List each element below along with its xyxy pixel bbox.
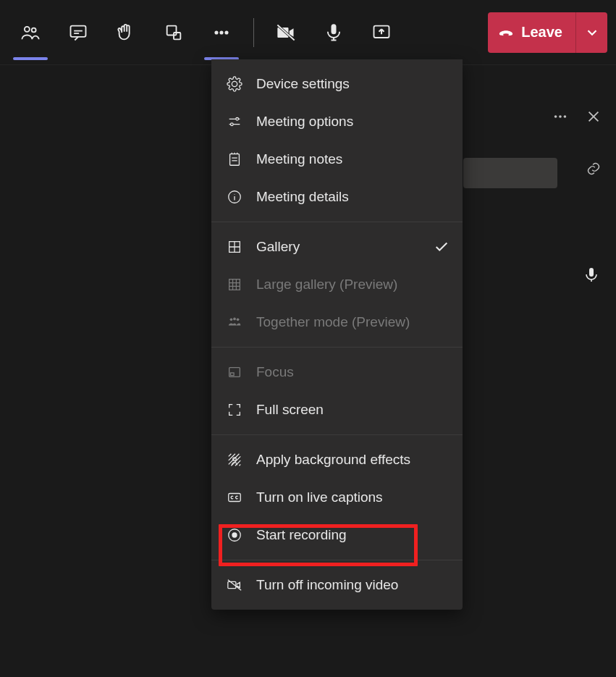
camera-off-button[interactable] [264,11,308,54]
more-options-icon[interactable] [552,109,568,127]
toolbar-divider [253,18,254,47]
share-screen-button[interactable] [360,11,403,54]
video-off-icon [226,576,243,594]
menu-background-effects[interactable]: Apply background effects [211,441,463,479]
menu-item-label: Turn on live captions [256,489,383,505]
panel-input-background [463,158,557,188]
more-actions-menu: Device settings Meeting options Meeting … [211,59,463,610]
raise-hand-button[interactable] [104,11,148,54]
focus-icon [226,363,243,381]
participants-button[interactable] [9,11,52,54]
svg-point-10 [224,30,228,34]
svg-point-12 [236,118,239,121]
menu-start-recording[interactable]: Start recording [211,516,463,554]
menu-item-label: Meeting notes [256,151,342,167]
notes-icon [226,151,243,168]
info-icon [226,188,243,206]
menu-meeting-details[interactable]: Meeting details [211,178,463,216]
svg-rect-7 [174,33,180,39]
grid-2x2-icon [226,238,243,256]
background-icon [226,451,243,468]
svg-point-0 [554,115,557,118]
svg-point-3 [25,26,30,31]
svg-point-9 [219,30,223,34]
svg-point-19 [233,318,236,321]
svg-rect-14 [230,154,240,166]
menu-gallery[interactable]: Gallery [211,228,463,266]
svg-point-18 [230,319,233,321]
menu-item-label: Gallery [256,239,300,255]
svg-rect-6 [167,25,177,35]
menu-meeting-notes[interactable]: Meeting notes [211,140,463,178]
link-icon[interactable] [586,161,602,180]
menu-item-label: Apply background effects [256,452,410,468]
svg-point-20 [237,319,240,321]
menu-live-captions[interactable]: Turn on live captions [211,479,463,516]
sliders-icon [226,113,243,130]
fullscreen-icon [226,401,243,419]
meeting-toolbar: Leave [0,0,616,65]
menu-item-label: Focus [256,364,294,380]
menu-item-label: Full screen [256,402,324,418]
svg-point-2 [564,115,567,118]
leave-label: Leave [521,24,562,41]
chat-button[interactable] [56,11,100,54]
record-icon [226,526,243,544]
svg-point-4 [32,28,36,32]
people-group-icon [226,314,243,331]
compose-mic-icon[interactable] [583,266,600,287]
svg-point-1 [559,115,562,118]
menu-item-label: Large gallery (Preview) [256,277,397,293]
svg-rect-24 [229,494,241,502]
svg-point-13 [231,123,234,126]
close-icon[interactable] [586,109,602,127]
leave-button[interactable]: Leave [488,12,575,53]
svg-rect-17 [229,279,240,290]
menu-device-settings[interactable]: Device settings [211,65,463,103]
microphone-button[interactable] [312,11,355,54]
menu-meeting-options[interactable]: Meeting options [211,103,463,140]
menu-item-label: Device settings [256,76,350,92]
breakout-rooms-button[interactable] [152,11,195,54]
menu-focus: Focus [211,353,463,391]
grid-3x3-icon [226,276,243,293]
menu-item-label: Start recording [256,527,347,543]
menu-together-mode: Together mode (Preview) [211,303,463,341]
menu-item-label: Meeting details [256,189,349,205]
svg-point-8 [214,30,218,34]
menu-item-label: Together mode (Preview) [256,314,410,330]
svg-point-26 [232,532,237,537]
menu-full-screen[interactable]: Full screen [211,391,463,429]
menu-large-gallery: Large gallery (Preview) [211,266,463,303]
more-actions-button[interactable] [200,11,243,54]
leave-dropdown-button[interactable] [575,12,607,53]
check-icon [434,239,450,255]
captions-icon [226,489,243,506]
menu-item-label: Meeting options [256,114,353,130]
svg-rect-22 [231,373,235,376]
menu-item-label: Turn off incoming video [256,577,398,593]
gear-icon [226,75,243,93]
menu-turn-off-incoming-video[interactable]: Turn off incoming video [211,566,463,604]
